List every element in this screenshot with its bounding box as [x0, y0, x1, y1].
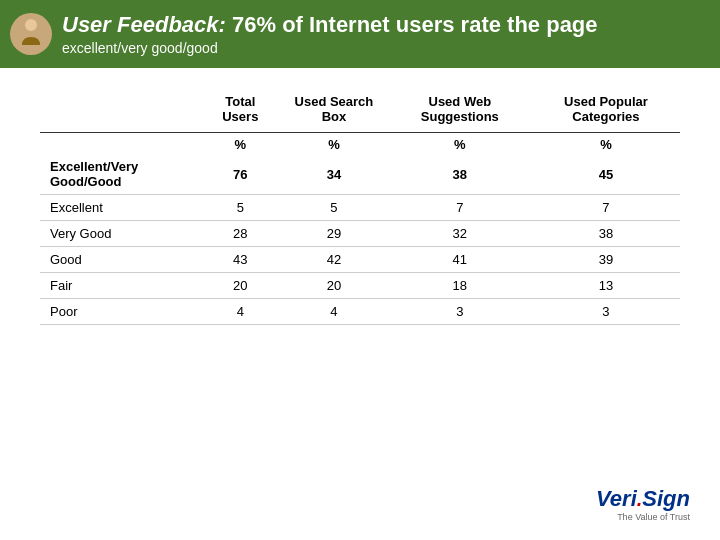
cell-web_suggestions: 41: [388, 247, 532, 273]
table-row: Excellent/Very Good/Good76343845: [40, 154, 680, 195]
cell-search_box: 4: [280, 299, 388, 325]
cell-web_suggestions: 38: [388, 154, 532, 195]
cell-label: Good: [40, 247, 200, 273]
pct-popular-cats: %: [532, 133, 680, 155]
table-body: Excellent/Very Good/Good76343845Excellen…: [40, 154, 680, 325]
cell-total: 43: [200, 247, 280, 273]
table-row: Fair20201813: [40, 273, 680, 299]
cell-total: 20: [200, 273, 280, 299]
col-header-total: Total Users: [200, 88, 280, 128]
column-headers-row: Total Users Used Search Box Used Web Sug…: [40, 88, 680, 128]
logo-sign: Sign: [642, 486, 690, 511]
header-title-bold: User Feedback:: [62, 12, 226, 37]
pct-label-empty: [40, 133, 200, 155]
cell-label: Excellent/Very Good/Good: [40, 154, 200, 195]
header: User Feedback: 76% of Internet users rat…: [0, 0, 720, 68]
pct-search-box: %: [280, 133, 388, 155]
col-header-search-box: Used Search Box: [280, 88, 388, 128]
header-text: User Feedback: 76% of Internet users rat…: [62, 12, 598, 56]
logo-veri: Veri: [596, 486, 637, 511]
cell-search_box: 20: [280, 273, 388, 299]
cell-popular_cats: 39: [532, 247, 680, 273]
cell-web_suggestions: 18: [388, 273, 532, 299]
pct-web-suggestions: %: [388, 133, 532, 155]
col-header-web-suggestions: Used Web Suggestions: [388, 88, 532, 128]
logo-tagline: The Value of Trust: [596, 512, 690, 522]
cell-search_box: 29: [280, 221, 388, 247]
data-table: Total Users Used Search Box Used Web Sug…: [40, 88, 680, 325]
verisign-logo: Veri.Sign: [596, 486, 690, 512]
col-header-popular-cats: Used Popular Categories: [532, 88, 680, 128]
cell-label: Excellent: [40, 195, 200, 221]
cell-popular_cats: 13: [532, 273, 680, 299]
pct-total: %: [200, 133, 280, 155]
cell-search_box: 5: [280, 195, 388, 221]
col-header-label: [40, 88, 200, 128]
table-row: Good43424139: [40, 247, 680, 273]
cell-popular_cats: 38: [532, 221, 680, 247]
cell-popular_cats: 3: [532, 299, 680, 325]
cell-total: 4: [200, 299, 280, 325]
header-subtitle: excellent/very good/good: [62, 40, 598, 56]
cell-total: 76: [200, 154, 280, 195]
handshake-icon: [12, 15, 50, 53]
svg-point-2: [25, 19, 37, 31]
cell-web_suggestions: 3: [388, 299, 532, 325]
table-row: Very Good28293238: [40, 221, 680, 247]
cell-search_box: 42: [280, 247, 388, 273]
cell-popular_cats: 7: [532, 195, 680, 221]
cell-total: 28: [200, 221, 280, 247]
cell-total: 5: [200, 195, 280, 221]
verisign-logo-area: Veri.Sign The Value of Trust: [596, 486, 690, 522]
cell-web_suggestions: 32: [388, 221, 532, 247]
percent-row: % % % %: [40, 133, 680, 155]
cell-label: Very Good: [40, 221, 200, 247]
slide: User Feedback: 76% of Internet users rat…: [0, 0, 720, 540]
table-row: Poor4433: [40, 299, 680, 325]
cell-popular_cats: 45: [532, 154, 680, 195]
header-icon: [10, 13, 52, 55]
cell-web_suggestions: 7: [388, 195, 532, 221]
cell-label: Poor: [40, 299, 200, 325]
header-title: User Feedback: 76% of Internet users rat…: [62, 12, 598, 38]
cell-label: Fair: [40, 273, 200, 299]
cell-search_box: 34: [280, 154, 388, 195]
table-row: Excellent5577: [40, 195, 680, 221]
content: Total Users Used Search Box Used Web Sug…: [0, 68, 720, 345]
header-title-rest: 76% of Internet users rate the page: [232, 12, 598, 37]
